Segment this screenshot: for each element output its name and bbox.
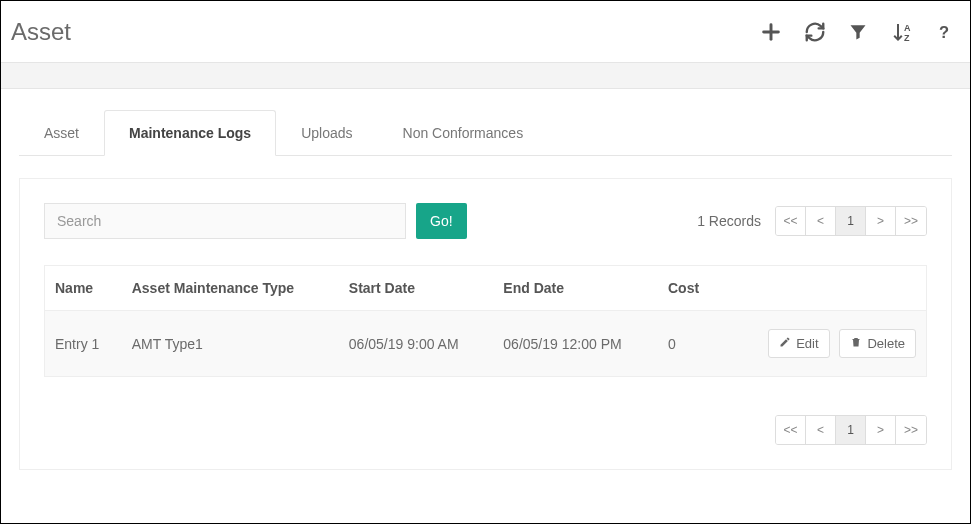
pencil-icon <box>779 336 791 351</box>
filter-icon[interactable] <box>848 22 868 42</box>
col-end: End Date <box>493 266 658 311</box>
col-actions <box>719 266 927 311</box>
edit-label: Edit <box>796 336 818 351</box>
sort-az-icon[interactable]: AZ <box>890 20 914 44</box>
col-name: Name <box>45 266 122 311</box>
table-toolbar: Go! 1 Records << < 1 > >> <box>44 203 927 239</box>
pager-last[interactable]: >> <box>896 207 926 235</box>
col-start: Start Date <box>339 266 494 311</box>
tabs: Asset Maintenance Logs Uploads Non Confo… <box>19 109 952 156</box>
delete-button[interactable]: Delete <box>839 329 916 358</box>
sub-header-bar <box>1 63 970 89</box>
cell-end: 06/05/19 12:00 PM <box>493 311 658 377</box>
pager-top: << < 1 > >> <box>775 206 927 236</box>
records-count: 1 Records <box>697 213 761 229</box>
cell-type: AMT Type1 <box>122 311 339 377</box>
tab-non-conformances[interactable]: Non Conformances <box>378 110 549 156</box>
cell-name: Entry 1 <box>45 311 122 377</box>
table-header-row: Name Asset Maintenance Type Start Date E… <box>45 266 927 311</box>
refresh-icon[interactable] <box>804 21 826 43</box>
pager-prev[interactable]: < <box>806 416 836 444</box>
cell-actions: Edit Delete <box>719 311 927 377</box>
cell-start: 06/05/19 9:00 AM <box>339 311 494 377</box>
tab-uploads[interactable]: Uploads <box>276 110 377 156</box>
header-actions: AZ ? <box>760 20 954 44</box>
pager-next[interactable]: > <box>866 207 896 235</box>
col-cost: Cost <box>658 266 719 311</box>
table-row: Entry 1 AMT Type1 06/05/19 9:00 AM 06/05… <box>45 311 927 377</box>
pager-prev[interactable]: < <box>806 207 836 235</box>
trash-icon <box>850 336 862 351</box>
pager-first[interactable]: << <box>776 207 806 235</box>
tab-maintenance-logs[interactable]: Maintenance Logs <box>104 110 276 156</box>
pager-first[interactable]: << <box>776 416 806 444</box>
pager-last[interactable]: >> <box>896 416 926 444</box>
go-button[interactable]: Go! <box>416 203 467 239</box>
page-title: Asset <box>11 18 71 46</box>
tab-asset[interactable]: Asset <box>19 110 104 156</box>
delete-label: Delete <box>867 336 905 351</box>
maintenance-panel: Go! 1 Records << < 1 > >> Name Asset Mai… <box>19 178 952 470</box>
help-icon[interactable]: ? <box>936 21 954 43</box>
search-input[interactable] <box>44 203 406 239</box>
edit-button[interactable]: Edit <box>768 329 829 358</box>
col-type: Asset Maintenance Type <box>122 266 339 311</box>
pager-bottom-wrap: << < 1 > >> <box>44 415 927 445</box>
add-icon[interactable] <box>760 21 782 43</box>
svg-text:?: ? <box>939 23 949 41</box>
pager-bottom: << < 1 > >> <box>775 415 927 445</box>
page-header: Asset AZ ? <box>1 1 970 63</box>
pager-next[interactable]: > <box>866 416 896 444</box>
maintenance-table: Name Asset Maintenance Type Start Date E… <box>44 265 927 377</box>
svg-text:A: A <box>904 23 911 33</box>
svg-text:Z: Z <box>904 33 910 43</box>
pager-current[interactable]: 1 <box>836 416 866 444</box>
content-area: Asset Maintenance Logs Uploads Non Confo… <box>1 89 970 490</box>
pager-current[interactable]: 1 <box>836 207 866 235</box>
cell-cost: 0 <box>658 311 719 377</box>
